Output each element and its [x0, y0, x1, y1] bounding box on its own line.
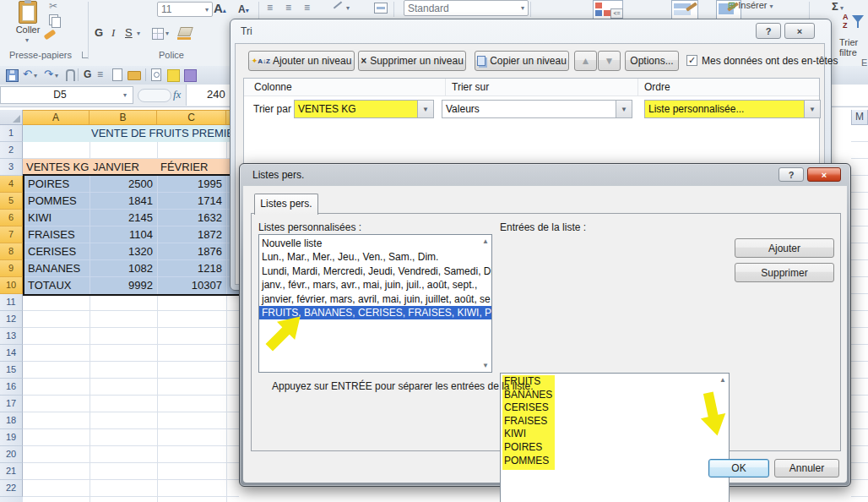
fill-color-icon[interactable]	[177, 27, 193, 36]
cell[interactable]: KIWI	[24, 210, 90, 226]
ok-button[interactable]: OK	[708, 459, 769, 477]
sort-dialog-title[interactable]: Tri	[241, 25, 252, 37]
row-header-22[interactable]: 22	[0, 480, 23, 497]
cell[interactable]: BANANES	[24, 260, 90, 276]
custom-list-item[interactable]: FRUITS, BANANES, CERISES, FRAISES, KIWI,…	[259, 306, 491, 319]
add-list-button[interactable]: Ajouter	[735, 238, 834, 258]
custom-lists-help-button[interactable]: ?	[778, 167, 804, 182]
paste-dropdown-icon[interactable]: ▾	[25, 36, 29, 44]
list-entry[interactable]: BANANES	[501, 389, 729, 402]
cell[interactable]: 1876	[157, 243, 226, 259]
tab-listes-pers[interactable]: Listes pers.	[254, 194, 318, 215]
list-entries-box[interactable]: ▲ ▼ FRUITSBANANESCERISESFRAISESKIWIPOIRE…	[500, 373, 730, 502]
cell[interactable]: 1082	[90, 260, 157, 276]
align-center-icon[interactable]: ≡	[285, 2, 291, 14]
cell[interactable]: 1320	[90, 243, 157, 259]
scroll-down-icon[interactable]: ▼	[482, 362, 489, 369]
custom-lists-close-button[interactable]: ×	[807, 167, 841, 182]
name-box-dropdown-icon[interactable]: ▾	[123, 91, 127, 99]
cancel-button[interactable]: Annuler	[774, 459, 839, 477]
underline-button[interactable]: S	[125, 26, 133, 39]
chevron-down-icon[interactable]: ▼	[417, 101, 433, 117]
sort-order-combo[interactable]: Liste personnalisée... ▼	[644, 100, 821, 118]
grow-font-icon[interactable]: A▴	[214, 1, 226, 15]
new-document-icon[interactable]	[112, 68, 122, 81]
align-right-icon[interactable]: ≡	[304, 2, 310, 14]
cell[interactable]: 1841	[90, 193, 157, 209]
paperclip-icon[interactable]	[66, 69, 75, 81]
scroll-up-icon[interactable]: ▲	[482, 237, 489, 245]
bold-qat-icon[interactable]: G	[84, 68, 91, 80]
font-size-combo[interactable]: 11▾	[157, 2, 213, 17]
cell[interactable]: 1218	[157, 260, 226, 276]
align-left-icon[interactable]: ≡	[267, 2, 273, 14]
cell[interactable]: 1632	[157, 210, 226, 226]
headers-checkbox-label[interactable]: Mes données ont des en-têtes	[702, 55, 838, 67]
list-entry[interactable]: CERISES	[501, 401, 729, 415]
orientation-dropdown-icon[interactable]: ▾	[346, 4, 350, 12]
cell[interactable]: TOTAUX	[24, 277, 90, 294]
cut-icon[interactable]: ✂	[49, 0, 57, 12]
sort-column-combo[interactable]: VENTES KG ▼	[294, 100, 434, 118]
cell[interactable]: FRAISES	[24, 226, 90, 243]
custom-list-item[interactable]: Nouvelle liste	[259, 237, 491, 250]
row-header-2[interactable]: 2	[0, 142, 23, 159]
move-up-button[interactable]: ▲	[574, 51, 597, 71]
add-level-button[interactable]: ✦A↓Z Ajouter un niveau	[248, 51, 355, 71]
options-button[interactable]: Options...	[625, 51, 679, 71]
row-header-20[interactable]: 20	[0, 446, 23, 463]
open-folder-icon[interactable]	[127, 71, 141, 80]
sort-filter-icon[interactable]: A Z	[843, 14, 866, 35]
bold-button[interactable]: G	[95, 26, 103, 39]
custom-lists-listbox[interactable]: ▲ ▼ Nouvelle listeLun., Mar., Mer., Jeu.…	[258, 234, 492, 373]
row-header-10[interactable]: 10	[0, 277, 23, 294]
custom-list-item[interactable]: Lun., Mar., Mer., Jeu., Ven., Sam., Dim.	[259, 250, 491, 264]
row-header-14[interactable]: 14	[0, 345, 23, 362]
column-header-b[interactable]: B	[90, 110, 157, 125]
row-header-16[interactable]: 16	[0, 379, 23, 396]
lines-icon[interactable]: ≡	[97, 68, 103, 80]
delete-level-button[interactable]: × Supprimer un niveau	[358, 51, 466, 71]
headers-checkbox[interactable]: ✓	[686, 55, 697, 66]
conditional-formatting-icon[interactable]: <=	[593, 0, 623, 19]
paste-button[interactable]: Coller ▾	[8, 0, 47, 47]
undo-dropdown-icon[interactable]: ▾	[34, 72, 37, 79]
copy-level-button[interactable]: Copier un niveau	[475, 51, 569, 71]
fx-icon[interactable]: fx	[173, 88, 181, 101]
custom-list-item[interactable]: janv., févr., mars, avr., mai, juin, jui…	[259, 278, 491, 292]
row-header-18[interactable]: 18	[0, 412, 23, 429]
cell[interactable]: POIRES	[24, 176, 90, 192]
row-header-21[interactable]: 21	[0, 463, 23, 480]
merge-center-icon[interactable]	[374, 3, 388, 14]
cell[interactable]: 2145	[90, 210, 157, 226]
column-header-c[interactable]: C	[157, 110, 226, 125]
row-header-17[interactable]: 17	[0, 396, 23, 412]
sort-on-combo[interactable]: Valeurs ▼	[442, 100, 632, 118]
row-header-8[interactable]: 8	[0, 243, 23, 260]
insert-cells-label[interactable]: ⊞ Insérer ▾	[728, 0, 773, 11]
italic-button[interactable]: I	[111, 26, 115, 40]
cell[interactable]: 9992	[90, 277, 157, 294]
column-header-a[interactable]: A	[23, 110, 90, 125]
name-box[interactable]: D5 ▾	[0, 86, 133, 104]
chevron-down-icon[interactable]: ▼	[804, 101, 820, 117]
row-header-6[interactable]: 6	[0, 210, 23, 226]
header-row[interactable]: VENTES KG JANVIER FÉVRIER	[23, 159, 239, 176]
row-header-4[interactable]: 4	[0, 176, 23, 193]
print-preview-icon[interactable]	[151, 68, 161, 81]
list-entry[interactable]: KIWI	[501, 428, 729, 441]
redo-icon[interactable]: ↷	[44, 68, 53, 80]
number-format-combo[interactable]: Standard▾	[404, 0, 529, 16]
row-header-15[interactable]: 15	[0, 362, 23, 379]
autosum-button[interactable]: Σ ▾	[832, 0, 844, 13]
row-header-1[interactable]: 1	[0, 125, 23, 142]
yellow-swatch-icon[interactable]	[167, 69, 180, 82]
cell[interactable]: POMMES	[24, 193, 90, 209]
underline-dropdown-icon[interactable]: ▾	[137, 30, 140, 37]
shrink-font-icon[interactable]: A▾	[238, 3, 249, 15]
row-header-5[interactable]: 5	[0, 193, 23, 210]
save-icon[interactable]	[6, 69, 19, 82]
sort-close-button[interactable]: ×	[784, 23, 815, 39]
row-header-19[interactable]: 19	[0, 429, 23, 446]
row-header-9[interactable]: 9	[0, 260, 23, 277]
